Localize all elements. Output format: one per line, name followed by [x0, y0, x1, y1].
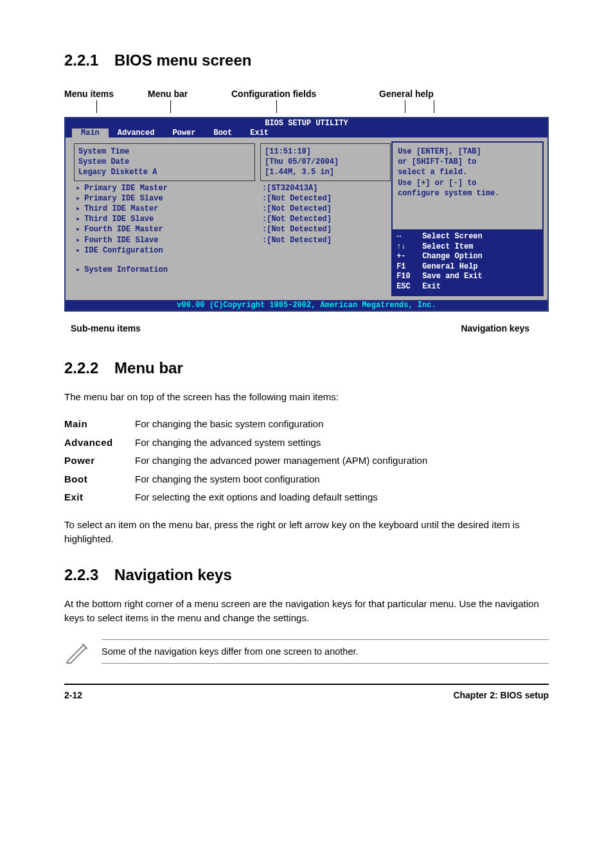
section-heading-222: 2.2.2 Menu bar [64, 359, 549, 377]
label-config-fields: Configuration fields [231, 89, 316, 99]
value-primary-ide-slave: :[Not Detected] [262, 193, 389, 204]
bios-nav-keys-panel: ↔Select Screen ↑↓Select Item +-Change Op… [393, 229, 542, 295]
item-third-ide-master[interactable]: Third IDE Master [76, 204, 253, 214]
value-third-ide-master: :[Not Detected] [262, 204, 389, 214]
bios-help-pane: Use [ENTER], [TAB] or [SHIFT-TAB] to sel… [391, 141, 544, 296]
menu-row-advanced: Advanced For changing the advanced syste… [64, 436, 549, 450]
menu-row-main: Main For changing the basic system confi… [64, 417, 549, 432]
bios-tab-bar: Main Advanced Power Boot Exit [66, 128, 547, 137]
bios-title: BIOS SETUP UTILITY [66, 118, 547, 128]
menu-bar-outro: To select an item on the menu bar, press… [64, 518, 549, 547]
nav-key: ESC [396, 282, 422, 292]
bios-left-pane: System Time System Date Legacy Diskette … [69, 141, 260, 296]
diagram-bottom-labels: Sub-menu items Navigation keys [64, 323, 549, 333]
nav-label: Select Item [422, 242, 473, 252]
bios-window: BIOS SETUP UTILITY Main Advanced Power B… [64, 117, 549, 312]
menu-label: Boot [64, 472, 135, 487]
item-primary-ide-master[interactable]: Primary IDE Master [76, 183, 253, 193]
value-system-time: [11:51:19] [265, 146, 386, 157]
section-title: BIOS menu screen [114, 51, 251, 69]
menu-bar-intro: The menu bar on top of the screen has th… [64, 390, 549, 405]
nav-label: Save and Exit [422, 272, 483, 282]
nav-key: F10 [396, 272, 422, 282]
section-num: 2.2.1 [64, 51, 98, 69]
menu-bar-table: Main For changing the basic system confi… [64, 417, 549, 505]
section-num: 2.2.2 [64, 359, 98, 376]
section-title: Menu bar [114, 359, 183, 376]
nav-label: General Help [422, 262, 477, 272]
label-navigation-keys: Navigation keys [461, 323, 529, 333]
bios-center-pane: [11:51:19] [Thu 05/07/2004] [1.44M, 3.5 … [260, 141, 391, 296]
menu-row-power: Power For changing the advanced power ma… [64, 454, 549, 468]
bios-tab-boot[interactable]: Boot [204, 128, 241, 137]
nav-label: Change Option [422, 252, 483, 262]
value-third-ide-slave: :[Not Detected] [262, 214, 389, 224]
item-system-date[interactable]: System Date [78, 157, 251, 167]
item-system-information[interactable]: System Information [76, 265, 253, 275]
nav-key: ↑↓ [396, 242, 422, 252]
value-primary-ide-master: :[ST320413A] [262, 183, 389, 193]
bios-diagram: Menu items Menu bar Configuration fields… [64, 89, 549, 333]
help-line: select a field. [398, 167, 537, 177]
label-menu-items: Menu items [64, 89, 114, 99]
bios-tab-advanced[interactable]: Advanced [109, 128, 164, 137]
menu-label: Advanced [64, 436, 135, 450]
menu-desc: For changing the system boot configurati… [135, 472, 549, 487]
label-submenu-items: Sub-menu items [71, 323, 141, 333]
bios-footer: v00.00 (C)Copyright 1985-2002, American … [66, 300, 547, 310]
nav-keys-body: At the bottom right corner of a menu scr… [64, 597, 549, 626]
label-general-help: General help [379, 89, 434, 99]
help-line: Use [ENTER], [TAB] [398, 146, 537, 157]
menu-label: Main [64, 417, 135, 432]
section-heading-221: 2.2.1 BIOS menu screen [64, 51, 549, 69]
menu-row-boot: Boot For changing the system boot config… [64, 472, 549, 487]
bios-tab-main[interactable]: Main [72, 128, 109, 137]
menu-label: Exit [64, 490, 135, 505]
diagram-top-labels: Menu items Menu bar Configuration fields… [64, 89, 549, 114]
value-fourth-ide-slave: :[Not Detected] [262, 235, 389, 245]
item-fourth-ide-master[interactable]: Fourth IDE Master [76, 224, 253, 235]
menu-label: Power [64, 454, 135, 468]
bios-tab-power[interactable]: Power [163, 128, 204, 137]
nav-label: Exit [422, 282, 441, 292]
item-primary-ide-slave[interactable]: Primary IDE Slave [76, 193, 253, 204]
pencil-icon [64, 639, 90, 664]
note-text: Some of the navigation keys differ from … [102, 639, 549, 664]
nav-key: F1 [396, 262, 422, 272]
page-footer: 2-12 Chapter 2: BIOS setup [64, 684, 549, 700]
section-num: 2.2.3 [64, 566, 98, 583]
menu-desc: For selecting the exit options and loadi… [135, 490, 549, 505]
item-legacy-diskette[interactable]: Legacy Diskette A [78, 167, 251, 177]
nav-label: Select Screen [422, 232, 483, 242]
help-line: Use [+] or [-] to [398, 178, 537, 188]
nav-key: +- [396, 252, 422, 262]
help-line: configure system time. [398, 188, 537, 199]
item-ide-config[interactable]: IDE Configuration [76, 245, 253, 256]
value-fourth-ide-master: :[Not Detected] [262, 224, 389, 235]
menu-row-exit: Exit For selecting the exit options and … [64, 490, 549, 505]
item-system-time[interactable]: System Time [78, 146, 251, 157]
menu-desc: For changing the basic system configurat… [135, 417, 549, 432]
label-menu-bar: Menu bar [148, 89, 188, 99]
menu-desc: For changing the advanced power manageme… [135, 454, 549, 468]
value-legacy-diskette: [1.44M, 3.5 in] [265, 167, 386, 177]
menu-desc: For changing the advanced system setting… [135, 436, 549, 450]
section-title: Navigation keys [114, 566, 232, 583]
chapter-label: Chapter 2: BIOS setup [453, 690, 549, 700]
page-number: 2-12 [64, 690, 82, 700]
item-third-ide-slave[interactable]: Third IDE Slave [76, 214, 253, 224]
nav-key: ↔ [396, 232, 422, 242]
bios-tab-exit[interactable]: Exit [241, 128, 278, 137]
note-box: Some of the navigation keys differ from … [64, 639, 549, 664]
item-fourth-ide-slave[interactable]: Fourth IDE Slave [76, 235, 253, 245]
section-heading-223: 2.2.3 Navigation keys [64, 566, 549, 584]
value-system-date: [Thu 05/07/2004] [265, 157, 386, 167]
help-line: or [SHIFT-TAB] to [398, 157, 537, 167]
